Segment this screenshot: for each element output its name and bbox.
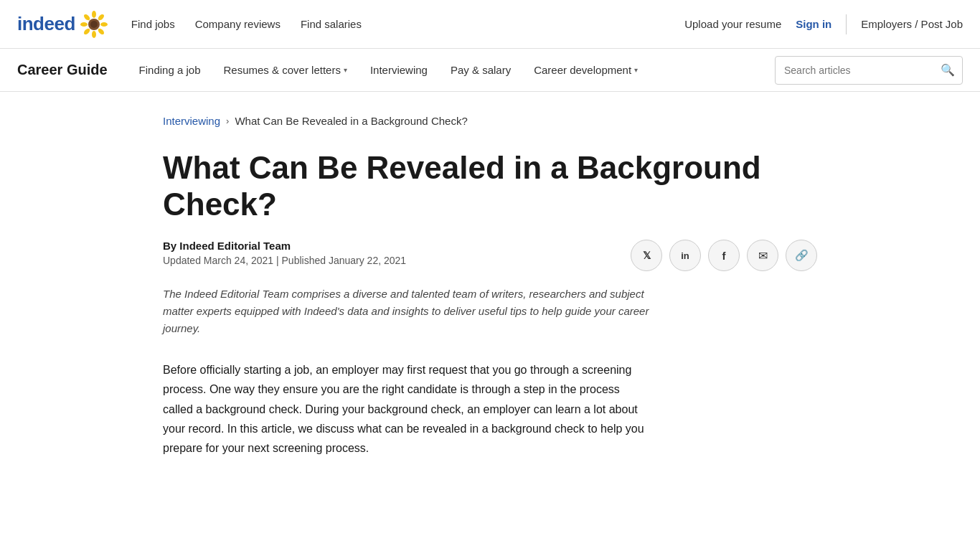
article-date-separator: | — [276, 255, 282, 266]
facebook-share-button[interactable]: f — [708, 240, 740, 271]
nav-divider — [846, 14, 847, 34]
email-icon: ✉ — [758, 249, 768, 263]
top-nav-right: Upload your resume Sign in Employers / P… — [684, 14, 963, 34]
article-meta: By Indeed Editorial Team Updated March 2… — [163, 240, 406, 266]
search-articles-input[interactable] — [776, 65, 933, 76]
svg-point-0 — [92, 11, 96, 18]
company-reviews-link[interactable]: Company reviews — [195, 18, 281, 30]
link-icon: 🔗 — [795, 249, 809, 262]
career-guide-navigation: Career Guide Finding a job Resumes & cov… — [0, 49, 980, 92]
article-meta-row: By Indeed Editorial Team Updated March 2… — [163, 240, 817, 271]
breadcrumb: Interviewing › What Can Be Revealed in a… — [163, 115, 817, 127]
indeed-logo[interactable]: indeed — [17, 10, 108, 39]
svg-point-3 — [97, 27, 105, 35]
search-icon: 🔍 — [941, 64, 955, 76]
career-guide-title: Career Guide — [17, 62, 108, 78]
chevron-down-icon: ▾ — [344, 66, 347, 74]
twitter-share-button[interactable]: 𝕏 — [631, 240, 662, 271]
search-submit-button[interactable]: 🔍 — [933, 63, 962, 77]
sunflower-icon — [80, 10, 108, 39]
upload-resume-button[interactable]: Upload your resume — [684, 18, 781, 30]
svg-point-1 — [97, 13, 105, 21]
logo-text: indeed — [17, 13, 75, 35]
search-articles-area: 🔍 — [775, 56, 963, 85]
find-jobs-link[interactable]: Find jobs — [131, 18, 175, 30]
top-nav-links: Find jobs Company reviews Find salaries — [131, 18, 362, 30]
article-published: Published January 22, 2021 — [282, 255, 407, 266]
career-guide-nav-links: Finding a job Resumes & cover letters ▾ … — [128, 49, 775, 92]
sign-in-button[interactable]: Sign in — [796, 18, 831, 30]
chevron-down-icon-2: ▾ — [634, 66, 638, 74]
pay-salary-link[interactable]: Pay & salary — [439, 49, 522, 92]
copy-link-button[interactable]: 🔗 — [786, 240, 817, 271]
finding-a-job-link[interactable]: Finding a job — [128, 49, 212, 92]
breadcrumb-separator: › — [226, 116, 229, 126]
top-nav-left: indeed Find jobs Company reviews Fin — [17, 10, 362, 39]
email-share-button[interactable]: ✉ — [747, 240, 778, 271]
breadcrumb-parent-link[interactable]: Interviewing — [163, 115, 220, 127]
article-dates: Updated March 24, 2021 | Published Janua… — [163, 255, 406, 266]
svg-point-7 — [83, 13, 90, 21]
svg-point-6 — [80, 22, 88, 27]
twitter-icon: 𝕏 — [643, 250, 651, 261]
interviewing-link[interactable]: Interviewing — [359, 49, 439, 92]
svg-point-4 — [92, 31, 96, 38]
resumes-cover-letters-link[interactable]: Resumes & cover letters ▾ — [212, 49, 359, 92]
linkedin-share-button[interactable]: in — [669, 240, 701, 271]
article-updated: Updated March 24, 2021 — [163, 255, 273, 266]
facebook-icon: f — [722, 250, 726, 262]
social-share-buttons: 𝕏 in f ✉ 🔗 — [631, 240, 817, 271]
employers-post-job-link[interactable]: Employers / Post Job — [861, 18, 963, 30]
article-body-paragraph: Before officially starting a job, an emp… — [163, 360, 651, 458]
article-author: By Indeed Editorial Team — [163, 240, 406, 252]
author-bio: The Indeed Editorial Team comprises a di… — [163, 286, 651, 337]
career-development-link[interactable]: Career development ▾ — [522, 49, 649, 92]
svg-point-2 — [100, 22, 108, 27]
breadcrumb-current: What Can Be Revealed in a Background Che… — [235, 115, 467, 127]
main-content: Interviewing › What Can Be Revealed in a… — [146, 92, 834, 492]
article-body: Before officially starting a job, an emp… — [163, 360, 651, 458]
linkedin-icon: in — [681, 250, 689, 261]
svg-point-5 — [83, 27, 90, 35]
find-salaries-link[interactable]: Find salaries — [301, 18, 362, 30]
article-title: What Can Be Revealed in a Background Che… — [163, 150, 794, 222]
top-navigation: indeed Find jobs Company reviews Fin — [0, 0, 980, 49]
svg-point-9 — [90, 21, 98, 28]
